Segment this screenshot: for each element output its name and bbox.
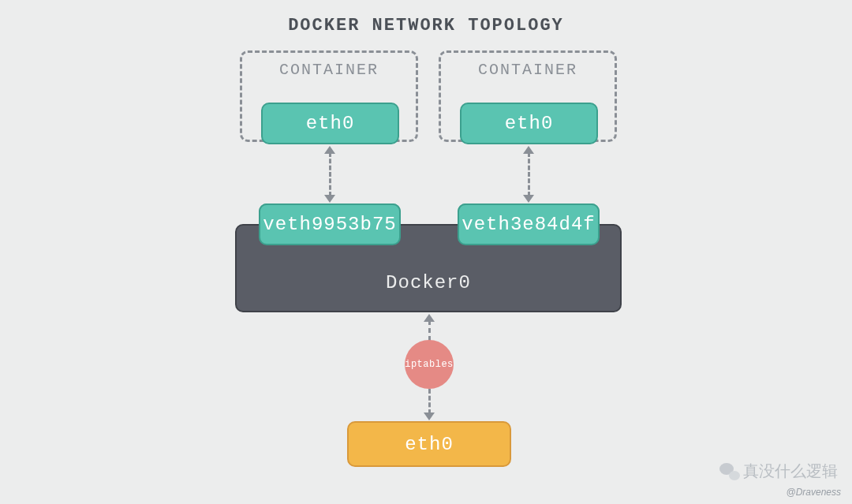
eth0-box-right: eth0 [460,103,598,144]
watermark-cn-text: 真没什么逻辑 [743,461,838,482]
docker0-label: Docker0 [386,272,471,293]
arrow-line-eth-veth-right [528,152,530,196]
arrowhead-up-left [324,146,335,154]
host-eth0-label: eth0 [405,434,454,455]
arrowhead-down-right [523,195,534,203]
arrow-line-iptables-eth [428,389,431,414]
arrowhead-down-left [324,195,335,203]
diagram-title: DOCKER NETWORK TOPOLOGY [0,16,852,35]
veth-box-right-overlay: veth3e84d4f [458,203,600,245]
wechat-icon [719,463,740,480]
arrow-line-eth-veth-left [329,152,331,196]
iptables-label: iptables [405,359,454,370]
arrow-line-docker-iptables [428,320,431,341]
veth-box-left-overlay: veth9953b75 [259,203,401,245]
host-eth0-box: eth0 [347,421,511,467]
watermark-en: @Draveness [786,487,841,498]
arrowhead-down-hosteth [424,413,435,420]
eth0-label-left: eth0 [306,113,355,134]
iptables-circle: iptables [405,340,454,389]
eth0-label-right: eth0 [505,113,554,134]
watermark-cn: 真没什么逻辑 [719,461,838,482]
container-label-right: CONTAINER [441,61,615,79]
arrowhead-up-right [523,146,534,154]
arrowhead-up-docker [424,314,435,322]
container-label-left: CONTAINER [242,61,416,79]
eth0-box-left: eth0 [261,103,399,144]
